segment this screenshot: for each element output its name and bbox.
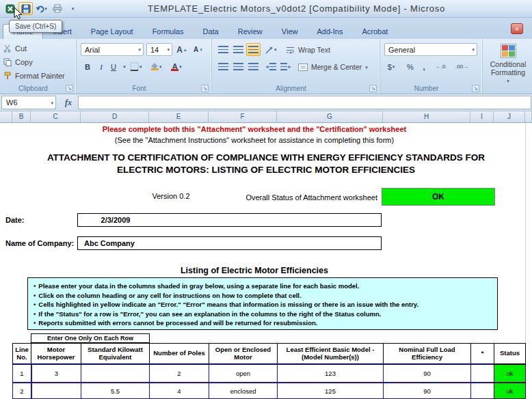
decrease-decimal-button[interactable]: .00→ xyxy=(454,60,470,73)
number-dialog-launcher-icon[interactable]: ↘ xyxy=(472,85,479,92)
grow-font-button[interactable]: A▲ xyxy=(175,43,189,56)
accounting-format-button[interactable]: $▾ xyxy=(384,60,398,73)
insert-function-button[interactable]: fx xyxy=(60,96,77,109)
column-header-k[interactable] xyxy=(525,111,532,122)
formula-input[interactable] xyxy=(78,96,531,109)
align-center-button[interactable] xyxy=(231,60,245,73)
status-badge[interactable]: ok xyxy=(494,383,526,399)
tab-data[interactable]: Data xyxy=(193,25,228,39)
cell-asterisk[interactable] xyxy=(470,383,494,399)
print-button[interactable] xyxy=(50,2,64,15)
bold-button[interactable]: B xyxy=(81,60,94,73)
cell-open-enclosed[interactable]: open xyxy=(209,364,278,383)
column-header-d[interactable]: D xyxy=(81,111,149,122)
decrease-indent-button[interactable]: ◂ xyxy=(264,60,278,73)
merge-center-label: Merge & Center xyxy=(311,63,362,71)
alignment-dialog-launcher-icon[interactable]: ↘ xyxy=(369,85,377,92)
cell-horsepower[interactable] xyxy=(31,383,81,399)
cell-efficiency[interactable]: 90 xyxy=(383,364,471,383)
font-name-select[interactable]: Arial▾ xyxy=(81,43,144,56)
wrap-text-button[interactable]: Wrap Text xyxy=(286,44,330,56)
clipboard-dialog-launcher-icon[interactable]: ↘ xyxy=(66,85,73,92)
shrink-font-button[interactable]: A▼ xyxy=(191,43,205,56)
percent-style-button[interactable]: % xyxy=(403,60,417,73)
column-header-j[interactable]: J xyxy=(494,111,525,122)
header-motor-horsepower[interactable]: Motor Horsepower xyxy=(31,343,81,364)
close-icon[interactable]: × xyxy=(511,23,523,34)
column-header-a[interactable] xyxy=(0,111,12,122)
top-align-button[interactable] xyxy=(216,43,230,56)
orientation-button[interactable]: ▾ xyxy=(264,43,278,56)
merge-center-button[interactable]: Merge & Center ▾ xyxy=(298,61,368,73)
name-box[interactable]: W6▾ xyxy=(1,96,56,109)
header-standard-kilowatt[interactable]: Standard Kilowatt Equivalent xyxy=(81,343,150,364)
cell-kilowatt[interactable]: 5.5 xyxy=(81,383,150,399)
column-header-e[interactable]: E xyxy=(149,111,209,122)
instructions-box: •Please enter your data in the columns s… xyxy=(27,277,498,330)
header-asterisk[interactable]: * xyxy=(470,343,494,364)
undo-button[interactable]: ▾ xyxy=(34,2,49,15)
date-cell[interactable]: 2/3/2009 xyxy=(77,213,382,227)
overall-status-cell[interactable]: OK xyxy=(382,188,495,206)
column-header-f[interactable]: F xyxy=(209,111,277,122)
company-cell[interactable]: Abc Company xyxy=(77,236,382,250)
status-badge[interactable]: ok xyxy=(494,364,526,383)
column-header-g[interactable]: G xyxy=(277,111,383,122)
bullet-icon: • xyxy=(34,301,36,308)
orientation-icon xyxy=(265,46,274,54)
middle-align-button[interactable] xyxy=(231,43,245,56)
tab-review[interactable]: Review xyxy=(228,25,272,39)
align-left-button[interactable] xyxy=(216,60,230,73)
comma-style-button[interactable]: , xyxy=(417,60,431,73)
cell-poles[interactable]: 2 xyxy=(149,364,209,383)
header-status[interactable]: Status xyxy=(494,343,526,364)
header-number-of-poles[interactable]: Number of Poles xyxy=(149,343,209,364)
italic-button[interactable]: I xyxy=(94,60,108,73)
cell-horsepower[interactable]: 3 xyxy=(31,364,81,383)
cell-line-no[interactable]: 2 xyxy=(12,383,31,399)
copy-button[interactable]: Copy xyxy=(3,56,33,68)
cell-efficiency[interactable]: 90 xyxy=(383,383,471,399)
cell-model[interactable]: 123 xyxy=(277,364,384,383)
cut-button[interactable]: Cut xyxy=(3,42,27,55)
fill-color-button[interactable]: ▾ xyxy=(149,60,163,73)
conditional-formatting-button[interactable]: Conditional Formatting ▾ xyxy=(486,42,531,91)
increase-indent-icon xyxy=(280,63,287,70)
borders-button[interactable]: ▾ xyxy=(129,60,144,73)
format-painter-button[interactable]: Format Painter xyxy=(3,70,65,82)
cell-asterisk[interactable] xyxy=(470,364,494,383)
bottom-align-button[interactable] xyxy=(246,43,261,56)
column-header-i[interactable]: I xyxy=(470,111,494,122)
cell-kilowatt[interactable] xyxy=(81,364,150,383)
overall-status-label: Overall Status of Attachment worksheet xyxy=(191,193,377,202)
undo-dropdown-icon[interactable]: ▾ xyxy=(44,6,47,11)
tab-acrobat[interactable]: Acrobat xyxy=(352,25,397,39)
tab-view[interactable]: View xyxy=(272,25,308,39)
header-basic-model[interactable]: Least Efficient Basic Model - (Model Num… xyxy=(277,343,384,364)
tab-add-ins[interactable]: Add-Ins xyxy=(307,25,352,39)
number-format-select[interactable]: General▾ xyxy=(384,43,477,56)
header-nominal-efficiency[interactable]: Nominal Full Load Efficiency xyxy=(383,343,471,364)
currency-icon: $ xyxy=(388,63,392,71)
table-group-header[interactable]: Enter One Only On Each Row xyxy=(31,333,150,343)
header-line-no[interactable]: Line No. xyxy=(12,343,31,364)
cell-model[interactable]: 125 xyxy=(277,383,384,399)
cell-open-enclosed[interactable]: enclosed xyxy=(209,383,278,399)
header-open-enclosed[interactable]: Open or Enclosed Motor xyxy=(209,343,278,364)
font-dialog-launcher-icon[interactable]: ↘ xyxy=(201,85,209,92)
cell-line-no[interactable]: 1 xyxy=(12,364,31,383)
increase-decimal-button[interactable]: ←.0 xyxy=(434,60,447,73)
font-size-select[interactable]: 14▾ xyxy=(146,43,172,56)
tab-formulas[interactable]: Formulas xyxy=(143,25,194,39)
wrap-text-label: Wrap Text xyxy=(298,46,330,54)
column-header-c[interactable]: C xyxy=(31,111,81,122)
qat-customize-button[interactable]: ▾ xyxy=(66,2,80,15)
align-right-button[interactable] xyxy=(246,60,260,73)
tab-page-layout[interactable]: Page Layout xyxy=(81,25,143,39)
font-color-button[interactable]: A ▾ xyxy=(170,60,183,73)
increase-indent-button[interactable]: ▸ xyxy=(279,60,293,73)
printer-icon xyxy=(53,4,62,13)
column-header-h[interactable]: H xyxy=(383,111,470,122)
cell-poles[interactable]: 4 xyxy=(149,383,209,399)
column-header-b[interactable]: B xyxy=(12,111,31,122)
